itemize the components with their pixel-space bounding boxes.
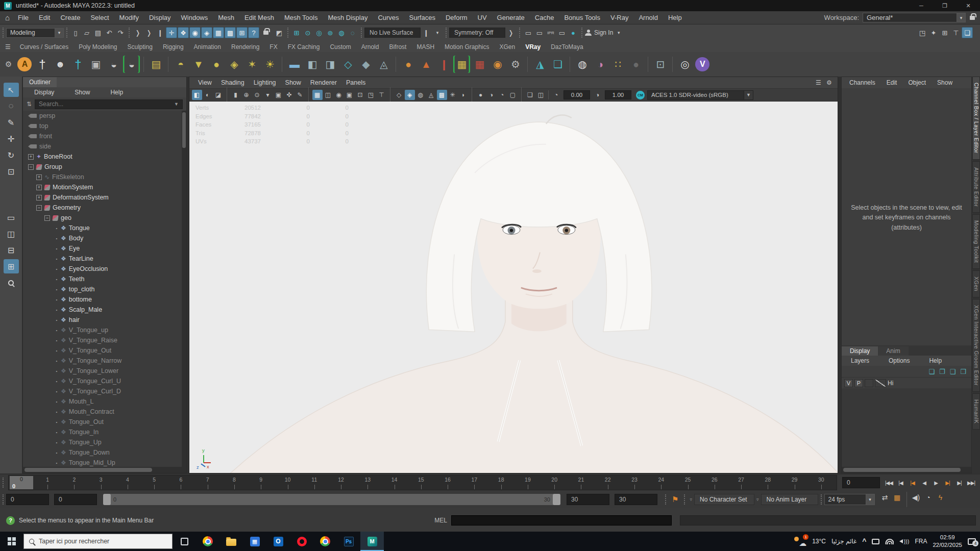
animation-end-field[interactable]: 30 bbox=[615, 494, 657, 505]
side-tab-xgen[interactable]: XGen bbox=[972, 270, 980, 297]
wifi-icon[interactable] bbox=[885, 538, 894, 544]
outliner-item-v-tongue-out[interactable]: •❖V_Tongue_Out bbox=[23, 345, 186, 356]
exposure-icon[interactable]: ◔ bbox=[551, 90, 561, 100]
step-forward-frame-button[interactable]: ▶| bbox=[953, 477, 965, 489]
selection-arrow2-icon[interactable]: ❭ bbox=[143, 27, 155, 38]
depth-peeling-icon[interactable]: ◑ bbox=[486, 90, 497, 100]
time-slider-track[interactable]: 1234567891011121314151617181920212223242… bbox=[8, 475, 837, 490]
dark-sphere-icon[interactable]: ● bbox=[627, 56, 644, 73]
outliner-item-teeth[interactable]: •❖Teeth bbox=[23, 274, 186, 284]
file-explorer-icon[interactable] bbox=[219, 532, 243, 551]
side-tab-modeling-toolkit[interactable]: Modeling Toolkit bbox=[972, 214, 980, 269]
frame-tick-6[interactable]: 6 bbox=[167, 475, 194, 490]
menu-set-arrow[interactable]: ▾ bbox=[55, 28, 64, 38]
dome-light-icon[interactable]: ◓ bbox=[172, 56, 189, 73]
menu-uv[interactable]: UV bbox=[473, 14, 492, 21]
tray-temperature[interactable]: 13°C bbox=[812, 538, 826, 545]
ambient-occlusion-icon[interactable]: ✳ bbox=[448, 90, 458, 100]
device-icon[interactable] bbox=[872, 539, 879, 544]
taskbar-clock[interactable]: 02:59 22/02/2025 bbox=[933, 534, 962, 549]
swirl-bracket-icon[interactable]: ◒ bbox=[123, 56, 140, 73]
outliner-item-eyeocclusion[interactable]: •❖EyeOcclusion bbox=[23, 264, 186, 274]
layer-menu-help[interactable]: Help bbox=[924, 357, 947, 364]
range-grip[interactable] bbox=[665, 494, 666, 505]
channel-box-menu-object[interactable]: Object bbox=[903, 79, 930, 86]
paint-select-tool[interactable]: ✎ bbox=[4, 115, 19, 130]
frame-tick-21[interactable]: 21 bbox=[568, 475, 594, 490]
outliner-item-v-tongue-narrow[interactable]: •❖V_Tongue_Narrow bbox=[23, 356, 186, 366]
frame-tick-16[interactable]: 16 bbox=[434, 475, 461, 490]
outliner-item-side[interactable]: side bbox=[23, 141, 186, 152]
outliner-item-v-tongue-curl-u[interactable]: •❖V_Tongue_Curl_U bbox=[23, 376, 186, 386]
shelf-tab-rigging[interactable]: Rigging bbox=[158, 42, 189, 52]
weather-icon[interactable]: ☁ 1 bbox=[794, 536, 806, 546]
render-frame-icon[interactable]: ⊡ bbox=[652, 56, 669, 73]
lasso-tool[interactable]: ◌ bbox=[4, 99, 19, 113]
color-swatches-icon[interactable]: ∷ bbox=[609, 56, 626, 73]
fps-arrow[interactable]: ▾ bbox=[866, 494, 875, 505]
start-button[interactable] bbox=[0, 532, 23, 551]
grease-pencil-icon[interactable]: ✎ bbox=[295, 90, 305, 100]
frame-tick-27[interactable]: 27 bbox=[728, 475, 754, 490]
frame-tick-26[interactable]: 26 bbox=[701, 475, 728, 490]
outliner-item-geo[interactable]: −geo bbox=[23, 213, 186, 223]
split-pane-layout[interactable]: ⊟ bbox=[4, 243, 19, 257]
menu-set-select[interactable]: Modeling bbox=[6, 28, 55, 38]
menu-mesh-display[interactable]: Mesh Display bbox=[323, 14, 373, 21]
viewport-menu-renderer[interactable]: Renderer bbox=[306, 79, 341, 86]
range-start-handle[interactable] bbox=[103, 494, 111, 505]
anim-layer-select[interactable]: No Anim Layer bbox=[761, 494, 818, 505]
menu-deform[interactable]: Deform bbox=[440, 14, 473, 21]
status-grip[interactable] bbox=[446, 28, 447, 38]
channel-box-menu-show[interactable]: Show bbox=[933, 79, 957, 86]
range-end-handle[interactable] bbox=[553, 494, 560, 505]
outliner-item-boneroot[interactable]: +✦BoneRoot bbox=[23, 152, 186, 162]
select-curve-icon[interactable]: ▩ bbox=[225, 27, 236, 38]
shelf-menu-icon[interactable]: ☰ bbox=[5, 43, 11, 51]
outliner-item-v-tongue-raise[interactable]: •❖V_Tongue_Raise bbox=[23, 335, 186, 345]
tray-weather-text[interactable]: غائم جزئيا bbox=[831, 538, 856, 545]
outliner-filter-icon[interactable]: ⇅ bbox=[27, 101, 32, 108]
shelf-tab-rendering[interactable]: Rendering bbox=[226, 42, 264, 52]
side-tab-channel-box-layer-editor[interactable]: Channel Box / Layer Editor bbox=[972, 77, 980, 160]
frame-tick-5[interactable]: 5 bbox=[141, 475, 167, 490]
shelf-tab-fx[interactable]: FX bbox=[264, 42, 282, 52]
shelf-tab-poly-modeling[interactable]: Poly Modeling bbox=[74, 42, 122, 52]
scene-import-icon[interactable]: ◇ bbox=[339, 56, 356, 73]
layer-menu-options[interactable]: Options bbox=[884, 357, 915, 364]
frame-tick-11[interactable]: 11 bbox=[301, 475, 328, 490]
rotate-tool[interactable]: ↻ bbox=[4, 148, 19, 162]
selection-lock-icon[interactable] bbox=[263, 31, 268, 35]
outliner-menu-help[interactable]: Help bbox=[105, 89, 128, 96]
select-object-icon[interactable]: ❖ bbox=[178, 27, 189, 38]
viewport-menu-shading[interactable]: Shading bbox=[216, 79, 249, 86]
home-icon[interactable]: ⌂ bbox=[5, 13, 10, 22]
scale-tool[interactable]: ⊡ bbox=[4, 164, 19, 179]
hair-grid-icon[interactable]: ▦ bbox=[453, 56, 470, 73]
menu-surfaces[interactable]: Surfaces bbox=[404, 14, 440, 21]
camera-attributes-icon[interactable]: ⊙ bbox=[252, 90, 262, 100]
color-management-icon[interactable]: CM bbox=[636, 91, 645, 99]
outliner-search-arrow[interactable]: ▼ bbox=[174, 102, 179, 107]
infinite-plane-icon[interactable]: ▬ bbox=[286, 56, 303, 73]
frame-tick-19[interactable]: 19 bbox=[514, 475, 541, 490]
menu-mesh-tools[interactable]: Mesh Tools bbox=[279, 14, 323, 21]
select-component-icon[interactable]: ◉ bbox=[189, 27, 201, 38]
range-slider-grip[interactable] bbox=[3, 494, 4, 505]
menu-help[interactable]: Help bbox=[663, 14, 687, 21]
shelf-tab-fx-caching[interactable]: FX Caching bbox=[283, 42, 325, 52]
gamma-icon[interactable]: ◑ bbox=[593, 90, 603, 100]
play-backwards-button[interactable]: ◀ bbox=[918, 477, 930, 489]
frame-tick-15[interactable]: 15 bbox=[408, 475, 434, 490]
menu-edit[interactable]: Edit bbox=[34, 14, 55, 21]
step-back-key-button[interactable]: |◀ bbox=[906, 477, 918, 489]
volume-icon[interactable]: ))) bbox=[899, 538, 909, 544]
render-region-icon[interactable]: ▭ bbox=[534, 27, 545, 38]
task-view-button[interactable] bbox=[173, 532, 196, 551]
menu-generate[interactable]: Generate bbox=[492, 14, 530, 21]
animation-prefs-icon[interactable]: ◔ bbox=[922, 492, 935, 503]
toon-shader-icon[interactable]: ◑ bbox=[592, 56, 608, 73]
move-tool[interactable]: ✛ bbox=[4, 132, 19, 146]
panel-gear-icon[interactable]: ⚙ bbox=[824, 78, 835, 88]
loop-playback-icon[interactable]: ⇄ bbox=[879, 492, 891, 503]
